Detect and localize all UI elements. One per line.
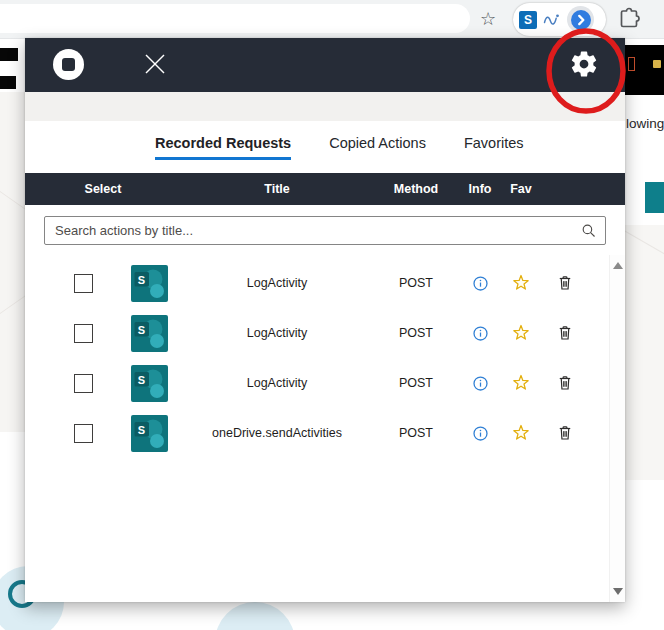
row-checkbox[interactable] (74, 274, 93, 293)
svg-text:S: S (137, 273, 144, 285)
search-icon[interactable] (580, 222, 597, 239)
decorative-circle (215, 602, 295, 630)
action-title: LogActivity (181, 276, 373, 290)
favorite-button[interactable] (509, 271, 533, 295)
column-info: Info (459, 182, 501, 196)
row-checkbox[interactable] (74, 374, 93, 393)
svg-text:S: S (137, 423, 144, 435)
page-right-graphic (625, 225, 664, 480)
recorder-extension-icon[interactable] (571, 10, 591, 30)
action-method: POST (373, 276, 459, 290)
settings-button[interactable] (569, 49, 599, 79)
table-header: Select Title Method Info Fav (25, 173, 625, 205)
page-teal-button-fragment[interactable] (645, 182, 664, 213)
sharepoint-extension-icon[interactable]: S (519, 11, 537, 29)
info-icon (471, 424, 490, 443)
table-row: S LogActivity POST (25, 308, 625, 358)
close-button[interactable] (141, 50, 169, 78)
search-input[interactable] (53, 222, 580, 239)
star-icon (511, 423, 531, 443)
sharepoint-connector-icon: S (131, 415, 168, 452)
stop-icon (62, 58, 75, 71)
row-checkbox[interactable] (74, 424, 93, 443)
delete-button[interactable] (553, 271, 577, 295)
sharepoint-connector-icon: S (131, 315, 168, 352)
popup-header-bar (25, 38, 625, 92)
column-method: Method (373, 182, 459, 196)
scrollbar[interactable] (609, 255, 625, 602)
info-button[interactable] (468, 371, 492, 395)
address-bar[interactable] (0, 4, 470, 33)
code-glyph (628, 57, 635, 71)
tab-recorded-requests[interactable]: Recorded Requests (155, 135, 291, 160)
page-code-block-fragment (625, 45, 664, 95)
popup-subheader (25, 92, 625, 121)
column-title: Title (181, 182, 373, 196)
table-row: S LogActivity POST (25, 258, 625, 308)
info-icon (471, 274, 490, 293)
sharepoint-connector-icon: S (131, 265, 168, 302)
column-fav: Fav (501, 182, 541, 196)
tab-favorites[interactable]: Favorites (464, 135, 524, 160)
page-headline-fragment (0, 48, 18, 61)
action-title: LogActivity (181, 376, 373, 390)
svg-text:S: S (137, 323, 144, 335)
trash-icon (556, 424, 574, 442)
info-button[interactable] (468, 271, 492, 295)
trash-icon (556, 274, 574, 292)
actions-list: S LogActivity POST (25, 255, 625, 602)
star-icon (511, 373, 531, 393)
action-title: oneDrive.sendActivities (181, 426, 373, 440)
star-icon (511, 323, 531, 343)
info-button[interactable] (468, 321, 492, 345)
info-icon (471, 324, 490, 343)
recorder-popup: Recorded Requests Copied Actions Favorit… (25, 38, 625, 602)
code-glyph (653, 60, 661, 68)
favorite-button[interactable] (509, 371, 533, 395)
row-checkbox[interactable] (74, 324, 93, 343)
page-text-fragment: lowing (626, 116, 664, 131)
sharepoint-connector-icon: S (131, 365, 168, 402)
active-extension-highlight (567, 6, 594, 33)
delete-button[interactable] (553, 321, 577, 345)
table-row: S oneDrive.sendActivities POST (25, 408, 625, 458)
action-method: POST (373, 326, 459, 340)
extensions-pill: S (513, 3, 606, 36)
search-box (44, 216, 606, 245)
action-method: POST (373, 426, 459, 440)
favorite-button[interactable] (509, 421, 533, 445)
scroll-down-arrow-icon[interactable] (613, 588, 623, 595)
scroll-up-arrow-icon[interactable] (613, 262, 623, 269)
action-method: POST (373, 376, 459, 390)
trash-icon (556, 324, 574, 342)
info-icon (471, 374, 490, 393)
stop-recording-button[interactable] (53, 49, 84, 80)
tab-copied-actions[interactable]: Copied Actions (329, 135, 426, 160)
delete-button[interactable] (553, 371, 577, 395)
gear-icon (569, 49, 599, 79)
bookmark-star-icon[interactable]: ☆ (476, 6, 500, 31)
delete-button[interactable] (553, 421, 577, 445)
extensions-puzzle-icon[interactable] (617, 7, 641, 31)
browser-toolbar: ☆ S (0, 0, 664, 39)
close-icon (141, 50, 169, 78)
info-button[interactable] (468, 421, 492, 445)
page-headline-fragment (0, 76, 16, 89)
action-title: LogActivity (181, 326, 373, 340)
flow-extension-icon[interactable] (542, 10, 562, 30)
table-row: S LogActivity POST (25, 358, 625, 408)
tab-bar: Recorded Requests Copied Actions Favorit… (25, 121, 625, 173)
page-left-graphic (0, 92, 25, 432)
search-row (25, 205, 625, 255)
trash-icon (556, 374, 574, 392)
column-select: Select (25, 182, 181, 196)
star-icon (511, 273, 531, 293)
svg-text:S: S (137, 373, 144, 385)
favorite-button[interactable] (509, 321, 533, 345)
